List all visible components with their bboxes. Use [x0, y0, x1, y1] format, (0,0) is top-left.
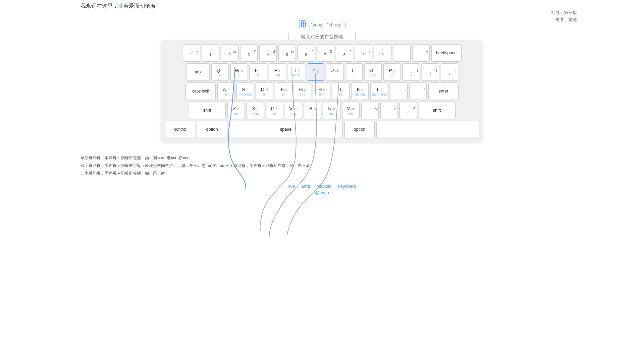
key-z[interactable]: Zzou — [227, 102, 245, 119]
poem-prefix: 我永远在这里， — [80, 3, 118, 9]
note-line2: 双字母韵母，零声母＋韵母末字母（表现形式同全拼），如：爱＝ai 恩=en 欧=o… — [80, 162, 310, 170]
key-sym-'[interactable]: "' — [409, 82, 427, 100]
key-m[interactable]: Mmian — [342, 102, 360, 119]
key-h[interactable]: Hhang — [313, 82, 330, 100]
key-sym-.[interactable]: >. — [380, 102, 398, 119]
key-j[interactable]: Jjan — [332, 82, 350, 100]
key-sym-`[interactable]: ~` — [183, 44, 200, 62]
keyboard-row-2: caps lockAaaSsong iongDdaiFfenGgengHhang… — [165, 82, 479, 100]
key-sym-1[interactable]: !1 — [202, 44, 219, 62]
key-b[interactable]: Bbb — [304, 102, 321, 119]
key-q[interactable]: Qqiu — [211, 63, 229, 81]
pinyin-input[interactable] — [288, 32, 356, 41]
key-y[interactable]: Yyun — [307, 63, 324, 81]
key-k[interactable]: Kkuai ing — [351, 82, 369, 100]
char-pinyin: [ "yong", "chong" ] — [308, 22, 346, 27]
key-c[interactable]: Ccao — [266, 102, 283, 119]
key-s[interactable]: Ssong iong — [236, 82, 254, 100]
key-sym-2[interactable]: @2 — [221, 44, 238, 62]
center-area: 涌 [ "yong", "chong" ] — [288, 18, 356, 41]
footer-link-antd[interactable]: antd — [302, 184, 310, 189]
key-f[interactable]: Ffen — [275, 82, 292, 100]
footer: vue | antd | hitokoto | keyboard @myth — [288, 184, 356, 195]
space-key[interactable]: space — [229, 121, 343, 138]
key-e[interactable]: Eee — [250, 63, 267, 81]
key-r[interactable]: Rruan — [269, 63, 286, 81]
char-display: 涌 [ "yong", "chong" ] — [298, 18, 346, 29]
key-x[interactable]: Xxua ia — [247, 102, 264, 119]
key-sym-;[interactable]: :; — [390, 82, 408, 100]
keyboard-row-1: tabQqiuWweiEeeRruanTtue üeYyunUshuIiiOou… — [165, 63, 479, 81]
key-sym-9[interactable]: (9 — [355, 44, 372, 62]
fn-key[interactable] — [376, 121, 479, 138]
key-sym-,[interactable]: <, — [361, 102, 379, 119]
footer-link-vue[interactable]: vue — [288, 184, 295, 189]
key-sym-4[interactable]: $4 — [259, 44, 277, 62]
key-v[interactable]: Vzhui ü — [285, 102, 302, 119]
footer-link-hitokoto[interactable]: hitokoto — [316, 184, 332, 189]
poem-highlight-char: 涌 — [118, 3, 123, 9]
caps-lock-key[interactable]: caps lock — [185, 82, 216, 100]
key-p[interactable]: Ppie — [383, 63, 401, 81]
key-g[interactable]: Ggeng — [294, 82, 311, 100]
note-line1: 单字母韵母，零声母＋韵母所在键，如：啊＝aa 哦=oo 额=ee — [80, 154, 310, 162]
key-sym-[[interactable]: {[ — [402, 63, 420, 81]
key-sym-3[interactable]: #3 — [240, 44, 258, 62]
attribution-source: 出自：第三极 — [551, 9, 577, 16]
key-sym-8[interactable]: *8 — [336, 44, 353, 62]
key-a[interactable]: Aaa — [217, 82, 235, 100]
key-sym--[interactable]: _- — [393, 44, 411, 62]
key-i[interactable]: Iii — [345, 63, 363, 81]
key-sym-][interactable]: }] — [422, 63, 439, 81]
target-char: 涌 — [298, 19, 306, 28]
enter-key[interactable]: enter — [428, 82, 459, 100]
key-sym-0[interactable]: )0 — [374, 44, 391, 62]
key-w[interactable]: Wwei — [230, 63, 248, 81]
footer-link-keyboard[interactable]: keyboard — [338, 184, 356, 189]
key-d[interactable]: Ddai — [256, 82, 273, 100]
key-sym-6[interactable]: ^6 — [298, 44, 315, 62]
attribution: 出自：第三极 作者：龙涟 — [551, 9, 577, 23]
key-u[interactable]: Ushu — [326, 63, 343, 81]
keyboard: ~`!1@2#3$4%5^6&7*8(9)0_-+=backspacetabQq… — [161, 40, 483, 142]
poem-suffix: 着爱面朝沧海 — [123, 3, 156, 9]
footer-links: vue | antd | hitokoto | keyboard — [288, 184, 356, 189]
key-sym-5[interactable]: %5 — [278, 44, 296, 62]
key-t[interactable]: Ttue üe — [288, 63, 305, 81]
key-sym-\[interactable]: |\ — [441, 63, 458, 81]
key-sym-=[interactable]: += — [412, 44, 430, 62]
poem-line: 我永远在这里，涌着爱面朝沧海 — [80, 3, 156, 10]
tab-key[interactable]: tab — [186, 63, 210, 81]
keyboard-container: ~`!1@2#3$4%5^6&7*8(9)0_-+=backspacetabQq… — [161, 40, 483, 142]
control-key[interactable]: control — [165, 121, 195, 138]
note-line3: 三字母韵母，零声母＋韵母所在键，如：昂＝ah — [80, 170, 310, 177]
key-n[interactable]: Nniao — [323, 102, 340, 119]
backspace-key[interactable]: backspace — [431, 44, 462, 62]
keyboard-row-0: ~`!1@2#3$4%5^6&7*8(9)0_-+=backspace — [165, 44, 479, 62]
option-key[interactable]: option — [197, 121, 227, 138]
shift-left-key[interactable]: shift — [189, 102, 226, 119]
key-sym-/[interactable]: ?/ — [399, 102, 417, 119]
keyboard-row-4: controloptionspaceoption — [165, 121, 479, 138]
shift-right-key[interactable]: shift — [419, 102, 455, 119]
key-o[interactable]: Oouo o — [364, 63, 382, 81]
note-area: 单字母韵母，零声母＋韵母所在键，如：啊＝aa 哦=oo 额=ee 双字母韵母，零… — [80, 154, 310, 177]
key-sym-7[interactable]: &7 — [317, 44, 334, 62]
key-l[interactable]: Lluang iang — [370, 82, 388, 100]
keyboard-row-3: shiftZzouXxua iaCcaoVzhui üBbbNniaoMmian… — [165, 102, 479, 119]
attribution-author: 作者：龙涟 — [551, 16, 577, 23]
option-key[interactable]: option — [344, 121, 375, 138]
footer-author: @myth — [315, 190, 329, 195]
